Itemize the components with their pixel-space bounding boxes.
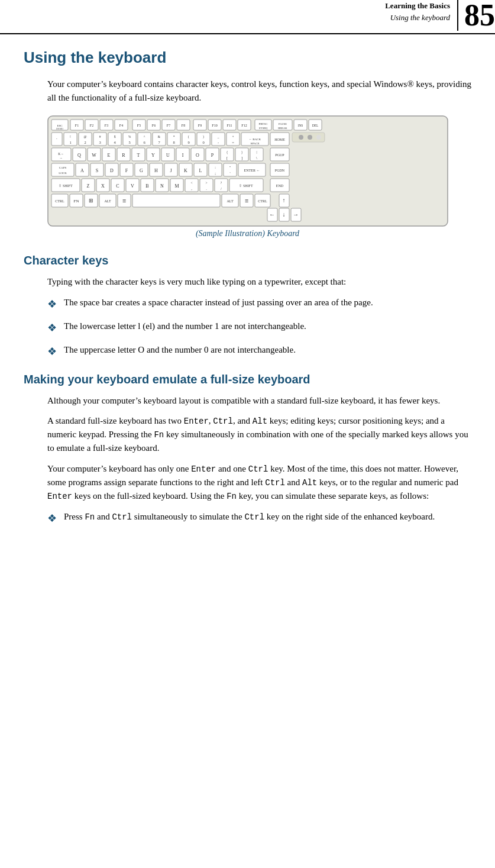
svg-text:=: = — [232, 140, 234, 144]
emulate-title: Making your keyboard emulate a full-size… — [24, 370, 471, 388]
svg-text:PAUSE: PAUSE — [279, 122, 287, 125]
svg-text:D: D — [110, 168, 114, 173]
svg-text:HOME: HOME — [274, 138, 285, 141]
svg-text:@: @ — [83, 135, 86, 138]
svg-text:\: \ — [256, 156, 257, 160]
bullet-text-1: The space bar creates a space character … — [64, 296, 471, 309]
character-keys-intro: Typing with the character keys is very m… — [47, 275, 471, 289]
svg-text:PRTSC: PRTSC — [258, 122, 268, 125]
svg-point-202 — [308, 135, 312, 140]
bullet-item-3: ❖ The uppercase letter O and the number … — [47, 343, 471, 360]
svg-text:_: _ — [216, 135, 219, 138]
svg-text:`: ` — [56, 137, 57, 142]
svg-text:&: & — [157, 135, 160, 138]
svg-text:O: O — [196, 153, 199, 158]
svg-text:$: $ — [114, 135, 115, 138]
bullet-text-3: The uppercase letter O and the number 0 … — [64, 343, 471, 357]
svg-text:ENTER ←: ENTER ← — [244, 169, 260, 172]
svg-text:DEL: DEL — [312, 124, 318, 127]
svg-text:A: A — [80, 168, 84, 173]
svg-text:9: 9 — [187, 140, 189, 144]
header-section: Using the keyboard — [0, 12, 450, 24]
svg-text:>: > — [205, 181, 207, 185]
svg-text:F8: F8 — [181, 124, 185, 127]
svg-text:{: { — [226, 150, 228, 154]
svg-text:L: L — [199, 168, 202, 173]
svg-text:F3: F3 — [104, 124, 108, 127]
svg-text:Q: Q — [77, 153, 81, 158]
svg-text:C: C — [116, 183, 119, 189]
svg-text:X: X — [101, 183, 105, 189]
bullet-text-2: The lowercase letter l (el) and the numb… — [64, 320, 471, 333]
svg-text:W: W — [92, 153, 96, 158]
svg-text:#: # — [99, 135, 101, 138]
svg-text:ALT: ALT — [227, 199, 233, 203]
svg-text:⇧ SHIFT: ⇧ SHIFT — [239, 184, 253, 188]
svg-text:H: H — [154, 168, 158, 173]
svg-text:F2: F2 — [89, 124, 93, 127]
svg-text:F9: F9 — [198, 124, 201, 127]
svg-text:P: P — [211, 153, 213, 158]
svg-text:INS: INS — [297, 124, 303, 127]
keyboard-svg: ESC DEMO F1 F2 F3 F4 F5 F6 F7 F8 — [47, 115, 449, 227]
svg-text:]: ] — [241, 156, 242, 160]
main-title: Using the keyboard — [24, 46, 471, 69]
svg-text:F10: F10 — [212, 124, 217, 127]
header-text: Learning the Basics Using the keyboard — [0, 0, 457, 31]
svg-text:PGUP: PGUP — [275, 153, 284, 157]
svg-text:ALT: ALT — [104, 199, 111, 203]
svg-text:←: ← — [269, 211, 275, 218]
svg-text:I: I — [182, 153, 183, 158]
svg-text:F4: F4 — [119, 124, 122, 127]
svg-text:1: 1 — [69, 140, 71, 144]
svg-text:U: U — [166, 153, 170, 158]
svg-text:← BACK: ← BACK — [248, 138, 261, 141]
svg-text:BREAK: BREAK — [278, 127, 287, 130]
svg-rect-185 — [132, 194, 220, 207]
svg-text:K→: K→ — [58, 152, 63, 156]
emulate-para2: A standard full-size keyboard has two En… — [47, 414, 471, 455]
keyboard-illustration: ESC DEMO F1 F2 F3 F4 F5 F6 F7 F8 — [24, 115, 471, 227]
svg-text:⊞: ⊞ — [89, 198, 93, 204]
svg-text:F12: F12 — [241, 124, 247, 127]
svg-text:J: J — [170, 168, 172, 173]
svg-text:<: < — [190, 181, 192, 185]
intro-paragraph: Your computer’s keyboard contains charac… — [47, 78, 471, 104]
page-number: 85 — [457, 0, 495, 31]
svg-text:☰: ☰ — [245, 199, 248, 204]
bullet-item-2: ❖ The lowercase letter l (el) and the nu… — [47, 320, 471, 336]
svg-text:→: → — [59, 156, 63, 160]
svg-text:%: % — [128, 135, 131, 138]
svg-text:): ) — [203, 135, 204, 139]
svg-text:F7: F7 — [166, 124, 170, 127]
emulate-para1: Although your computer’s keyboard layout… — [47, 394, 471, 408]
svg-text:↑: ↑ — [282, 197, 285, 204]
svg-text:CTRL: CTRL — [258, 199, 267, 203]
emulate-bullet-text-1: Press Fn and Ctrl simultaneously to simu… — [64, 510, 471, 524]
character-keys-title: Character keys — [24, 251, 471, 269]
svg-text:PGDN: PGDN — [274, 169, 284, 172]
svg-point-203 — [316, 135, 321, 140]
svg-text:5: 5 — [128, 140, 130, 144]
emulate-bullet-1: ❖ Press Fn and Ctrl simultaneously to si… — [47, 510, 471, 527]
svg-text:N: N — [160, 183, 164, 189]
svg-text:S: S — [95, 168, 98, 173]
svg-text:G: G — [140, 168, 143, 173]
header-chapter: Learning the Basics — [0, 0, 450, 12]
svg-text:SPACE: SPACE — [250, 142, 259, 145]
svg-text:(: ( — [188, 135, 189, 139]
bullet-diamond-3: ❖ — [47, 344, 57, 360]
svg-text:[: [ — [226, 156, 227, 160]
svg-text:/: / — [221, 186, 222, 191]
svg-point-201 — [299, 135, 303, 140]
svg-text:END: END — [276, 184, 283, 188]
svg-text:0: 0 — [202, 140, 204, 144]
svg-text:2: 2 — [84, 140, 86, 144]
keyboard-caption: (Sample Illustration) Keyboard — [24, 227, 471, 240]
svg-text:K: K — [184, 168, 187, 173]
svg-text:⇧ SHIFT: ⇧ SHIFT — [59, 184, 73, 188]
svg-text:V: V — [131, 183, 134, 189]
svg-text:CAPS: CAPS — [59, 166, 66, 169]
svg-text:↓: ↓ — [282, 211, 285, 218]
svg-text:CTRL: CTRL — [55, 199, 64, 203]
